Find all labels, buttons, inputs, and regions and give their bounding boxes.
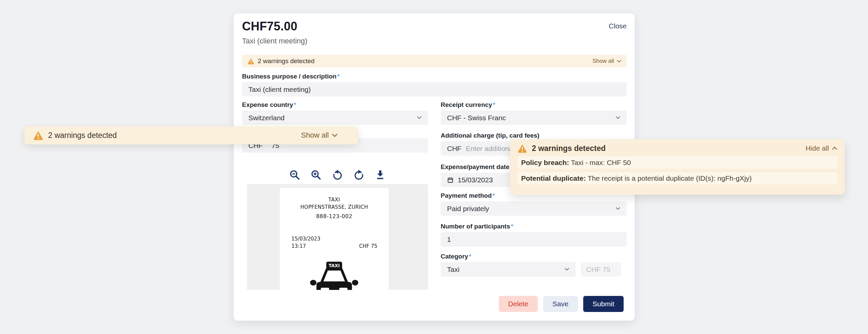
required-asterisk: * (493, 101, 495, 108)
receipt-amount: CHF 75 (359, 242, 377, 250)
receipt-address: HOPFENSTRASSE, ZURICH (280, 204, 389, 210)
chevron-down-icon (616, 116, 620, 119)
warnings-popup-header: 2 warnings detected Hide all (518, 144, 837, 153)
calendar-icon (447, 177, 454, 183)
expense-subtitle: Taxi (client meeting) (242, 37, 627, 45)
required-asterisk: * (469, 253, 471, 260)
warning-triangle-icon (247, 58, 254, 64)
download-icon[interactable] (375, 169, 386, 181)
required-asterisk: * (294, 101, 296, 108)
show-all-button[interactable]: Show all (301, 131, 338, 140)
receipt-meta: 15/03/2023 13:17 CHF 75 (280, 235, 389, 250)
warnings-banner-top: 2 warnings detected Show all (242, 55, 627, 67)
participants-group: Number of participants* 1 (441, 223, 627, 246)
close-button[interactable]: Close (609, 22, 627, 30)
warning-triangle-icon (33, 130, 43, 140)
hide-all-button[interactable]: Hide all (806, 144, 837, 152)
rotate-left-icon[interactable] (332, 169, 343, 181)
warnings-popup: 2 warnings detected Hide all Policy brea… (510, 139, 845, 195)
chevron-down-icon (417, 116, 422, 119)
receipt-currency-group: Receipt currency* CHF - Swiss Franc (441, 101, 627, 125)
save-button[interactable]: Save (543, 296, 578, 312)
warning-item-policy-breach: Policy breach: Taxi - max: CHF 50 (518, 156, 837, 169)
zoom-in-icon[interactable] (310, 169, 322, 181)
warning-item-potential-duplicate: Potential duplicate: The receipt is a po… (518, 172, 837, 184)
submit-button[interactable]: Submit (583, 296, 624, 312)
taxi-icon: TAXI (280, 261, 389, 290)
modal-header: CHF75.00 Close (242, 19, 627, 33)
participants-input[interactable]: 1 (441, 232, 627, 246)
receipt-phone: 888-123-002 (280, 213, 389, 219)
chevron-up-icon (832, 147, 837, 150)
additional-charge-label: Additional charge (tip, card fees) (441, 132, 627, 139)
currency-prefix: CHF (447, 145, 461, 153)
receipt-merchant: TAXI (280, 197, 389, 203)
expense-country-group: Expense country* Switzerland (242, 101, 428, 125)
business-purpose-group: Business purpose / description* Taxi (cl… (242, 73, 627, 96)
required-asterisk: * (511, 223, 513, 230)
receipt-toolbar (247, 169, 428, 181)
chevron-down-icon (616, 207, 620, 210)
required-asterisk: * (492, 192, 495, 199)
action-buttons: Delete Save Submit (499, 296, 624, 312)
warnings-count-text: 2 warnings detected (532, 144, 606, 153)
expense-country-label: Expense country* (242, 101, 428, 109)
chevron-down-icon (332, 133, 338, 137)
receipt-date: 15/03/2023 (291, 235, 320, 242)
receipt-preview: TAXI HOPFENSTRASSE, ZURICH 888-123-002 1… (280, 188, 389, 290)
participants-label: Number of participants* (441, 223, 627, 230)
warning-triangle-icon (518, 144, 527, 153)
floating-warnings-banner: 2 warnings detected Show all (24, 126, 358, 144)
receipt-currency-label: Receipt currency* (441, 101, 627, 109)
payment-method-group: Payment method* Paid privately (441, 192, 627, 216)
category-limit-hint: CHF 75 (581, 262, 621, 277)
expense-country-select[interactable]: Switzerland (242, 111, 428, 125)
required-asterisk: * (337, 73, 340, 80)
warnings-count-text: 2 warnings detected (258, 57, 314, 65)
delete-button[interactable]: Delete (499, 296, 538, 312)
business-purpose-input[interactable]: Taxi (client meeting) (242, 82, 627, 96)
category-label: Category* (441, 253, 627, 260)
zoom-out-icon[interactable] (289, 169, 301, 181)
chevron-down-icon (564, 268, 569, 271)
payment-method-select[interactable]: Paid privately (441, 202, 627, 216)
page-title: CHF75.00 (242, 19, 298, 33)
receipt-currency-select[interactable]: CHF - Swiss Franc (441, 111, 627, 125)
category-select[interactable]: Taxi (441, 262, 576, 277)
rotate-right-icon[interactable] (353, 169, 365, 181)
receipt-viewer: TAXI HOPFENSTRASSE, ZURICH 888-123-002 1… (247, 184, 428, 290)
receipt-time: 13:17 (291, 242, 320, 250)
business-purpose-label: Business purpose / description* (242, 73, 627, 80)
chevron-down-icon (617, 60, 621, 63)
svg-text:TAXI: TAXI (329, 263, 340, 268)
right-column: Receipt currency* CHF - Swiss Franc Addi… (441, 101, 627, 290)
warnings-count-text: 2 warnings detected (48, 131, 117, 140)
show-all-button[interactable]: Show all (593, 58, 621, 64)
category-group: Category* Taxi CHF 75 (441, 253, 627, 277)
